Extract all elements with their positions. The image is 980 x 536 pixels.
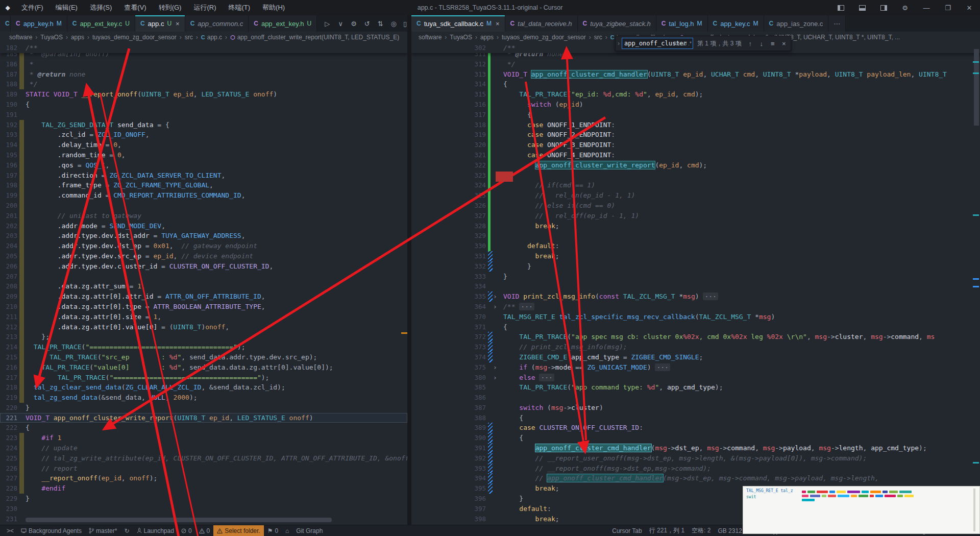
status-item-GB 2312[interactable]: GB 2312 (714, 525, 745, 536)
breadcrumb-item[interactable]: apps (71, 34, 84, 41)
breadcrumb-symbol[interactable]: app_onoff_cluster_write_report(UINT8_T, … (237, 34, 399, 41)
horizontal-scrollbar[interactable] (26, 518, 332, 522)
status-item-home[interactable]: ⌂ (282, 525, 292, 536)
vert-scrollbar-thumb[interactable] (974, 49, 979, 126)
breadcrumb-item[interactable]: TuyaOS (450, 34, 472, 41)
editor-pane-right[interactable]: 311 * @return none312 */313VOID_T app_on… (411, 43, 980, 525)
tab-right-tuya_zigbee_stack.h[interactable]: Ctuya_zigbee_stack.h (578, 15, 656, 32)
fold-chevron-icon[interactable]: › (493, 362, 497, 373)
split-editor-icon[interactable]: ▯▯ (401, 17, 407, 30)
tab-left-app_common.c[interactable]: Capp_common.c (185, 15, 249, 32)
gutter-change-mark (19, 79, 24, 89)
status-item-Background Agents[interactable]: Background Agents (17, 525, 85, 536)
chevron-right-icon: › (445, 34, 447, 41)
match-case-icon[interactable]: Aa (673, 41, 679, 46)
find-input[interactable]: app_onoff_cluster Aaab.* (622, 38, 693, 49)
layout-gear-icon[interactable]: ⚙ (894, 0, 916, 15)
breadcrumb-item[interactable]: software (419, 34, 442, 41)
status-item-空格: 2[interactable]: 空格: 2 (688, 525, 714, 536)
breadcrumb-item[interactable]: software (9, 34, 32, 41)
code-text: { (503, 322, 507, 332)
find-expand-icon[interactable]: › (616, 40, 622, 47)
find-next-icon[interactable]: ↓ (756, 40, 767, 47)
status-item-0[interactable]: ⚑0 (264, 525, 282, 536)
line-number: 203 (0, 231, 17, 241)
run-dropdown[interactable]: ∨ (334, 17, 347, 30)
tab-left-app_ext_key.h[interactable]: Capp_ext_key.hU (249, 15, 317, 32)
menu-item-7[interactable]: 帮助(H) (256, 0, 291, 15)
tab-right-tal_log.h[interactable]: Ctal_log.hM (656, 15, 708, 32)
breadcrumb-item[interactable]: tuyaos_demo_zg_door_sensor (502, 34, 586, 41)
pip-scrollbar[interactable] (973, 489, 975, 531)
cursor-window: ◆ 文件(F)编辑(E)选择(S)查看(V)转到(G)运行(R)终端(T)帮助(… (0, 0, 980, 536)
find-prev-icon[interactable]: ↑ (745, 40, 756, 47)
compare-icon[interactable]: ⇅ (374, 17, 386, 30)
status-item-remote[interactable]: >< (3, 525, 17, 536)
pip-overlay[interactable]: TAL_MSG_RET_E tal_z swit (743, 486, 980, 534)
menu-item-6[interactable]: 终端(T) (222, 0, 256, 15)
close-icon[interactable]: × (176, 20, 180, 28)
code-text: } (503, 261, 531, 272)
line-number: 315 (468, 89, 486, 100)
toggle-secondary-sidebar-icon[interactable] (873, 0, 894, 15)
breadcrumb-item[interactable]: TuyaOS (40, 34, 63, 41)
code-text: TAL_MSG_RET_E tal_zcl_specific_msg_recv_… (503, 312, 775, 322)
menu-item-5[interactable]: 运行(R) (187, 0, 222, 15)
whole-word-icon[interactable]: ab (681, 41, 687, 46)
minimize-button[interactable]: — (916, 0, 937, 15)
status-item-sync[interactable]: ↻ (120, 525, 133, 536)
breadcrumb-item[interactable]: tuyaos_demo_zg_door_sensor (92, 34, 177, 41)
fold-chevron-icon[interactable]: › (493, 291, 497, 302)
gear-icon[interactable]: ⚙ (348, 17, 360, 30)
status-item-0[interactable]: 0 (195, 525, 214, 536)
status-item-行 221，列 1[interactable]: 行 221，列 1 (646, 525, 688, 536)
code-line: 324 // if(cmd == 1) (411, 180, 980, 190)
tab-right-app_ias_zone.c[interactable]: Capp_ias_zone.c (764, 15, 829, 32)
timeline-icon[interactable]: ↺ (361, 17, 373, 30)
run-button[interactable]: ▷ (321, 17, 333, 30)
target-icon[interactable]: ◎ (387, 17, 400, 30)
toggle-sidebar-icon[interactable] (830, 0, 851, 15)
close-icon[interactable]: × (496, 20, 500, 28)
code-text: // unicast to gateway (26, 211, 141, 221)
gutter-change-mark (488, 251, 493, 261)
status-item-Git Graph[interactable]: Git Graph (292, 525, 326, 536)
gutter-change-mark (488, 100, 491, 110)
menu-item-4[interactable]: 转到(G) (153, 0, 188, 15)
close-button[interactable]: ✕ (959, 0, 980, 15)
code-line: 331 break; (411, 251, 980, 261)
breadcrumb-item[interactable]: src (594, 34, 602, 41)
fold-chevron-icon[interactable]: › (493, 302, 497, 312)
regex-icon[interactable]: .* (688, 41, 692, 46)
status-item-master*[interactable]: master* (85, 525, 120, 536)
status-item-Select folder.[interactable]: Select folder. (213, 525, 263, 536)
tab-left-app_key.h[interactable]: Capp_key.hM (11, 15, 67, 32)
tab-right-app_key.c[interactable]: Capp_key.cM (708, 15, 764, 32)
menu-item-2[interactable]: 选择(S) (84, 0, 118, 15)
tab-right-tuya_sdk_callback.c[interactable]: Ctuya_sdk_callback.cM× (411, 15, 505, 32)
menu-item-0[interactable]: 文件(F) (15, 0, 50, 15)
fold-chevron-icon[interactable]: › (493, 373, 497, 383)
code-text: // report (26, 464, 78, 474)
status-item-Cursor Tab[interactable]: Cursor Tab (608, 525, 645, 536)
tab-right-tal_data_receive.h[interactable]: Ctal_data_receive.h (505, 15, 578, 32)
code-line: 191 (0, 110, 407, 120)
status-item-0[interactable]: 0 (178, 525, 195, 536)
find-close-icon[interactable]: × (778, 40, 790, 47)
tab-left-app.c[interactable]: Capp.cU× (135, 15, 185, 32)
status-item-Launchpad[interactable]: Launchpad (133, 525, 178, 536)
tab-left-key.c[interactable]: Ckey.cM (0, 15, 11, 32)
breadcrumb-file[interactable]: app.c (207, 34, 222, 41)
toggle-panel-icon[interactable] (851, 0, 873, 15)
breadcrumb-item[interactable]: src (185, 34, 193, 41)
editor-pane-left[interactable]: 185 * @param[in] onoff)186 *187 * @retur… (0, 43, 407, 525)
restore-button[interactable]: ❐ (937, 0, 959, 15)
find-in-selection-icon[interactable]: ≡ (767, 40, 778, 47)
tab-label: app_key.h (23, 20, 54, 28)
tab-strip-right: Ctuya_sdk_callback.cM×Ctal_data_receive.… (411, 15, 980, 32)
menu-item-3[interactable]: 查看(V) (118, 0, 152, 15)
menu-item-1[interactable]: 编辑(E) (50, 0, 84, 15)
breadcrumb-item[interactable]: apps (480, 34, 494, 41)
tab-right-⋯[interactable]: ⋯ (828, 15, 846, 32)
tab-left-app_ext_key.c[interactable]: Capp_ext_key.cU (67, 15, 135, 32)
